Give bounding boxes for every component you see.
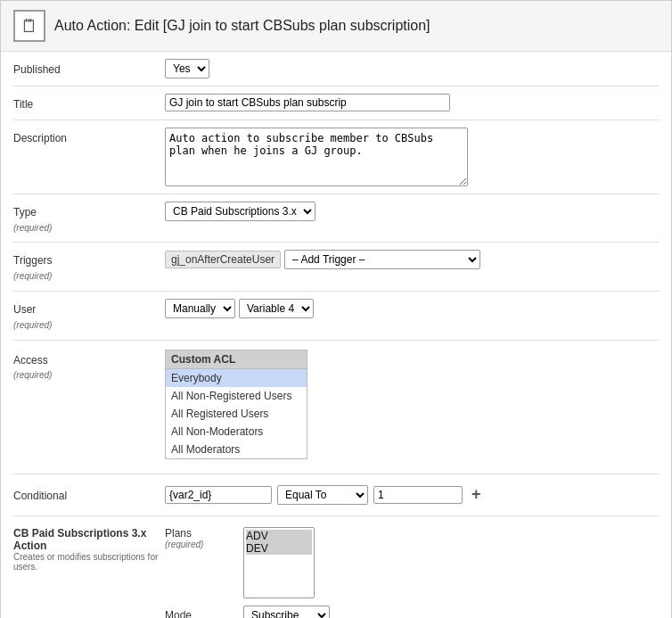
title-detail: Edit [GJ join to start CBSubs plan subsc… — [135, 18, 430, 33]
user-row: User (required) Manually Variable Variab… — [1, 292, 671, 340]
conditional-input[interactable] — [165, 486, 272, 504]
description-textarea[interactable]: Auto action to subscribe member to CBSub… — [165, 128, 468, 186]
page-header: 🗒 Auto Action: Edit [GJ join to start CB… — [1, 1, 671, 52]
conditional-label: Conditional — [13, 485, 165, 504]
type-label: Type (required) — [13, 202, 165, 235]
description-field: Auto action to subscribe member to CBSub… — [165, 128, 659, 186]
mode-row: Mode Subscribe Unsubscribe — [165, 606, 659, 618]
triggers-label: Triggers (required) — [13, 250, 165, 284]
title-row: Title — [1, 87, 671, 119]
add-trigger-select[interactable]: – Add Trigger – — [284, 250, 480, 269]
user-controls: Manually Variable Variable 4 Variable 1 … — [165, 299, 314, 318]
acl-item-registered[interactable]: All Registered Users — [166, 405, 307, 423]
published-field: Yes No — [165, 59, 659, 78]
cb-action-fields: Plans (required) ADV DEV Mode Subscribe … — [165, 527, 659, 618]
trigger-tag: gj_onAfterCreateUser — [165, 251, 281, 268]
plans-select[interactable]: ADV DEV — [243, 527, 315, 598]
access-label: Access (required) — [13, 350, 165, 383]
acl-item-non-registered[interactable]: All Non-Registered Users — [166, 387, 307, 405]
acl-item-moderators[interactable]: All Moderators — [166, 441, 307, 458]
title-label: Title — [13, 94, 165, 112]
cb-action-section: CB Paid Subscriptions 3.x Action Creates… — [1, 516, 671, 618]
page-container: 🗒 Auto Action: Edit [GJ join to start CB… — [0, 0, 672, 618]
user-variable-select[interactable]: Variable 4 Variable 1 Variable 2 Variabl… — [239, 299, 314, 318]
access-dropdown: Custom ACL Everybody All Non-Registered … — [165, 350, 307, 459]
acl-header: Custom ACL — [166, 350, 307, 369]
title-field — [165, 94, 659, 111]
clipboard-icon: 🗒 — [20, 16, 38, 37]
cb-action-sub-label: Creates or modifies subscriptions for us… — [13, 552, 165, 572]
published-row: Published Yes No — [1, 52, 671, 86]
cb-action-label: CB Paid Subscriptions 3.x Action Creates… — [13, 527, 165, 572]
type-field: CB Paid Subscriptions 3.x — [165, 202, 659, 221]
add-conditional-button[interactable]: + — [468, 485, 485, 504]
page-title: Auto Action: Edit [GJ join to start CBSu… — [54, 18, 430, 34]
user-mode-select[interactable]: Manually Variable — [165, 299, 235, 318]
title-input[interactable] — [165, 94, 450, 111]
conditional-operator-select[interactable]: Equal To Not Equal To Greater Than Less … — [277, 485, 368, 505]
mode-select[interactable]: Subscribe Unsubscribe — [243, 606, 330, 618]
conditional-value-input[interactable] — [373, 486, 463, 504]
user-label: User (required) — [13, 299, 165, 333]
access-row: Access (required) Custom ACL Everybody A… — [1, 341, 671, 466]
type-select[interactable]: CB Paid Subscriptions 3.x — [165, 202, 316, 221]
acl-item-non-moderators[interactable]: All Non-Moderators — [166, 423, 307, 441]
access-field: Custom ACL Everybody All Non-Registered … — [165, 350, 659, 459]
description-label: Description — [13, 128, 165, 146]
user-field: Manually Variable Variable 4 Variable 1 … — [165, 299, 659, 318]
conditional-row: Conditional Equal To Not Equal To Greate… — [1, 474, 671, 515]
plans-row: Plans (required) ADV DEV — [165, 527, 659, 598]
conditional-controls: Equal To Not Equal To Greater Than Less … — [165, 485, 485, 505]
triggers-field: gj_onAfterCreateUser – Add Trigger – — [165, 250, 659, 269]
conditional-field: Equal To Not Equal To Greater Than Less … — [165, 485, 659, 505]
published-select[interactable]: Yes No — [165, 59, 209, 78]
plans-label: Plans (required) — [165, 527, 236, 549]
published-label: Published — [13, 59, 165, 78]
description-row: Description Auto action to subscribe mem… — [1, 120, 671, 194]
acl-item-everybody[interactable]: Everybody — [166, 369, 307, 387]
title-prefix: Auto Action: — [54, 18, 130, 33]
trigger-row: gj_onAfterCreateUser – Add Trigger – — [165, 250, 480, 269]
triggers-row: Triggers (required) gj_onAfterCreateUser… — [1, 243, 671, 291]
cb-action-main-label: CB Paid Subscriptions 3.x Action — [13, 527, 165, 552]
header-icon: 🗒 — [13, 10, 45, 42]
mode-label: Mode — [165, 609, 236, 618]
type-row: Type (required) CB Paid Subscriptions 3.… — [1, 194, 671, 243]
